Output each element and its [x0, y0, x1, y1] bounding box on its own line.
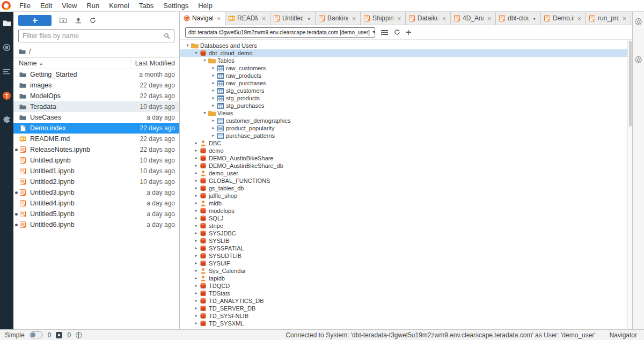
- expander-icon[interactable]: [210, 124, 216, 132]
- expander-icon[interactable]: [193, 260, 199, 267]
- menu-item-file[interactable]: File: [14, 0, 35, 12]
- file-row[interactable]: Untitled6.ipynb a day ago: [13, 219, 179, 230]
- tree-item[interactable]: stg_customers: [180, 87, 627, 94]
- expander-icon[interactable]: [193, 222, 199, 230]
- scrollbar-thumb[interactable]: [629, 41, 632, 127]
- tree-item[interactable]: DEMO_AustinBikeShare_db: [180, 162, 627, 169]
- property-inspector-gear-icon[interactable]: [635, 18, 642, 25]
- dirty-indicator[interactable]: [531, 15, 538, 22]
- tree-item[interactable]: mldb: [180, 199, 627, 207]
- expander-icon[interactable]: [210, 79, 216, 87]
- expander-icon[interactable]: [193, 305, 199, 312]
- expander-icon[interactable]: [210, 117, 216, 124]
- tree-item[interactable]: raw_customers: [180, 64, 627, 72]
- running-sessions-icon[interactable]: [2, 42, 12, 52]
- tab-close-icon[interactable]: [350, 15, 357, 22]
- menu-item-help[interactable]: Help: [193, 0, 217, 12]
- file-row[interactable]: Untitled4.ipynb a day ago: [13, 198, 179, 209]
- tree-item[interactable]: SYSUDTLIB: [180, 252, 627, 260]
- menu-item-view[interactable]: View: [57, 0, 82, 12]
- column-header-modified[interactable]: Last Modified: [130, 58, 179, 69]
- breadcrumb-root[interactable]: /: [29, 48, 31, 55]
- menu-item-settings[interactable]: Settings: [158, 0, 193, 12]
- tree-item[interactable]: stg_purchases: [180, 102, 627, 109]
- tab-close-icon[interactable]: [396, 15, 402, 22]
- expander-icon[interactable]: [193, 320, 199, 327]
- tree-item[interactable]: GLOBAL_FUNCTIONS: [180, 177, 627, 184]
- expander-icon[interactable]: [210, 72, 216, 79]
- expander-icon[interactable]: [193, 139, 199, 147]
- expander-icon[interactable]: [193, 275, 199, 282]
- tab[interactable]: READM: [225, 12, 270, 25]
- tree-item[interactable]: SYSLIB: [180, 237, 627, 245]
- expander-icon[interactable]: [202, 109, 208, 117]
- expander-icon[interactable]: [193, 199, 199, 207]
- tree-item[interactable]: TD_SYSXML: [180, 320, 627, 327]
- expander-icon[interactable]: [202, 57, 208, 64]
- expander-icon[interactable]: [210, 132, 216, 139]
- expander-icon[interactable]: [210, 102, 216, 109]
- tree-scrollbar[interactable]: [627, 40, 632, 329]
- tree-item[interactable]: product_popularity: [180, 124, 627, 132]
- file-row[interactable]: Untitled3.ipynb a day ago: [13, 187, 179, 198]
- tree-item[interactable]: stg_products: [180, 94, 627, 102]
- tree-item[interactable]: TDQCD: [180, 282, 627, 290]
- tree-item[interactable]: TD_SYSFNLIB: [180, 312, 627, 320]
- tree-item[interactable]: tapidb: [180, 275, 627, 282]
- tab-close-icon[interactable]: [260, 15, 267, 22]
- teradata-navigator-icon[interactable]: [2, 91, 12, 100]
- tree-item[interactable]: SQLJ: [180, 215, 627, 222]
- menu-item-run[interactable]: Run: [82, 0, 104, 12]
- expander-icon[interactable]: [193, 282, 199, 290]
- home-folder-icon[interactable]: [19, 49, 26, 55]
- new-launcher-button[interactable]: [18, 15, 52, 26]
- file-row[interactable]: ModelOps 22 days ago: [13, 91, 179, 101]
- terminals-count[interactable]: 0: [48, 331, 52, 339]
- expander-icon[interactable]: [210, 64, 216, 72]
- menu-item-kernel[interactable]: Kernel: [104, 0, 134, 12]
- refresh-icon[interactable]: [394, 29, 400, 35]
- tree-item[interactable]: Tables: [180, 57, 627, 64]
- tree-item[interactable]: SYSSPATIAL: [180, 245, 627, 252]
- tab-close-icon[interactable]: [621, 15, 628, 22]
- expander-icon[interactable]: [193, 154, 199, 162]
- tree-item[interactable]: TD_ANALYTICS_DB: [180, 297, 627, 305]
- kernel-icon[interactable]: [56, 332, 62, 338]
- tab-close-icon[interactable]: [576, 15, 583, 22]
- tab[interactable]: Banking: [316, 12, 361, 25]
- tree-item[interactable]: raw_purchases: [180, 79, 627, 87]
- tree-item[interactable]: jaffle_shop: [180, 192, 627, 199]
- gear-icon[interactable]: [635, 56, 642, 63]
- tab-close-icon[interactable]: [486, 15, 493, 22]
- expander-icon[interactable]: [193, 267, 199, 275]
- dirty-indicator[interactable]: [305, 15, 312, 22]
- table-of-contents-icon[interactable]: [2, 66, 12, 76]
- expander-icon[interactable]: [193, 245, 199, 252]
- tab[interactable]: dbt-clou: [496, 12, 541, 25]
- tree-item[interactable]: TD_SERVER_DB: [180, 305, 627, 312]
- tree-item[interactable]: TDStats: [180, 290, 627, 297]
- tree-item[interactable]: DEMO_AustinBikeShare: [180, 154, 627, 162]
- tab[interactable]: run_proc: [586, 12, 631, 25]
- expander-icon[interactable]: [193, 290, 199, 297]
- simple-mode-toggle[interactable]: [30, 331, 43, 338]
- expander-icon[interactable]: [193, 215, 199, 222]
- tree-item[interactable]: demo_user: [180, 169, 627, 177]
- file-row[interactable]: UseCases a day ago: [13, 112, 179, 123]
- filter-files-input[interactable]: [23, 32, 164, 40]
- menu-icon[interactable]: [381, 29, 388, 35]
- expander-icon[interactable]: [193, 162, 199, 169]
- tree-item[interactable]: dbt_cloud_demo: [180, 49, 627, 57]
- menu-item-edit[interactable]: Edit: [35, 0, 57, 12]
- tab[interactable]: 4D_Ana: [451, 12, 496, 25]
- refresh-icon[interactable]: [90, 17, 96, 24]
- tree-item[interactable]: customer_demographics: [180, 117, 627, 124]
- file-row[interactable]: Untitled.ipynb 10 days ago: [13, 155, 179, 166]
- expander-icon[interactable]: [193, 312, 199, 320]
- file-row[interactable]: Getting_Started a month ago: [13, 69, 179, 80]
- tree-item[interactable]: demo: [180, 147, 627, 154]
- expander-icon[interactable]: [193, 207, 199, 215]
- tab-close-icon[interactable]: [441, 15, 448, 22]
- file-row[interactable]: images 22 days ago: [13, 80, 179, 91]
- connection-select[interactable]: dbt-teradata-t3gwet5u19m2zwm9.env.clears…: [185, 27, 375, 38]
